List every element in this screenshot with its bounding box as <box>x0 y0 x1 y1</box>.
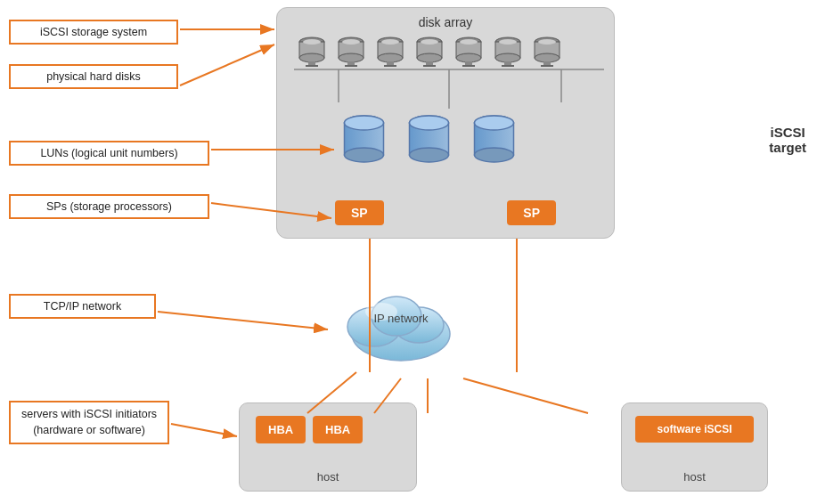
arrow-physical-hd <box>180 45 274 85</box>
svg-point-48 <box>410 148 449 162</box>
cloud-container: IP network <box>330 276 472 374</box>
svg-point-52 <box>475 148 514 162</box>
host-right-label: host <box>683 470 706 484</box>
sp-right: SP <box>507 200 556 225</box>
host-left-label: host <box>317 470 339 484</box>
lun-row <box>339 110 519 168</box>
label-sps: SPs (storage processors) <box>9 194 209 219</box>
disk-array-container: disk array <box>276 7 615 239</box>
hd-icon-1 <box>295 35 329 69</box>
svg-rect-17 <box>384 65 396 67</box>
svg-point-9 <box>342 39 360 45</box>
software-iscsi-box: software iSCSI <box>635 416 754 443</box>
svg-point-32 <box>495 53 520 62</box>
hd-row <box>295 35 564 69</box>
svg-point-44 <box>345 148 384 162</box>
hd-icon-7 <box>530 35 564 69</box>
label-luns: LUNs (logical unit numbers) <box>9 141 209 166</box>
hd-icon-6 <box>491 35 525 69</box>
arrow-servers <box>171 424 237 436</box>
svg-point-27 <box>460 39 478 45</box>
svg-rect-5 <box>306 65 318 67</box>
svg-point-20 <box>417 53 442 62</box>
cloud-to-host-right <box>463 378 588 413</box>
host-left: HBA HBA host <box>239 402 417 492</box>
svg-point-38 <box>535 53 560 62</box>
svg-rect-41 <box>541 65 553 67</box>
lun-cylinder-2 <box>404 110 453 168</box>
lun-cylinder-3 <box>470 110 519 168</box>
hd-icon-2 <box>334 35 368 69</box>
svg-point-39 <box>538 39 556 45</box>
label-tcpip: TCP/IP network <box>9 294 156 319</box>
cloud-svg <box>330 276 472 374</box>
svg-point-8 <box>339 53 364 62</box>
label-physical-hd: physical hard disks <box>9 64 178 89</box>
disk-array-label: disk array <box>419 15 473 29</box>
hba-left: HBA <box>256 416 306 443</box>
svg-point-49 <box>410 116 449 130</box>
sp-left: SP <box>335 200 384 225</box>
svg-point-53 <box>475 116 514 130</box>
label-servers: servers with iSCSI initiators (hardware … <box>9 401 169 444</box>
iscsi-target-label: iSCSI target <box>769 125 806 155</box>
diagram-container: iSCSI storage system physical hard disks… <box>0 0 817 504</box>
host-right: software iSCSI host <box>621 402 768 492</box>
svg-point-3 <box>303 39 321 45</box>
hd-icon-4 <box>413 35 446 69</box>
lun-cylinder-1 <box>339 110 388 168</box>
svg-point-14 <box>378 53 403 62</box>
label-iscsi-storage: iSCSI storage system <box>9 20 178 45</box>
hd-icon-5 <box>452 35 486 69</box>
svg-point-45 <box>345 116 384 130</box>
svg-rect-35 <box>502 65 514 67</box>
svg-rect-23 <box>423 65 436 67</box>
hba-right: HBA <box>313 416 363 443</box>
hd-icon-3 <box>373 35 407 69</box>
arrow-tcpip <box>158 312 328 329</box>
svg-rect-11 <box>345 65 357 67</box>
svg-point-2 <box>299 53 324 62</box>
svg-point-21 <box>421 39 438 45</box>
svg-point-26 <box>456 53 481 62</box>
svg-point-33 <box>499 39 517 45</box>
svg-point-15 <box>381 39 399 45</box>
svg-rect-29 <box>462 65 475 67</box>
cloud-label: IP network <box>373 312 428 325</box>
